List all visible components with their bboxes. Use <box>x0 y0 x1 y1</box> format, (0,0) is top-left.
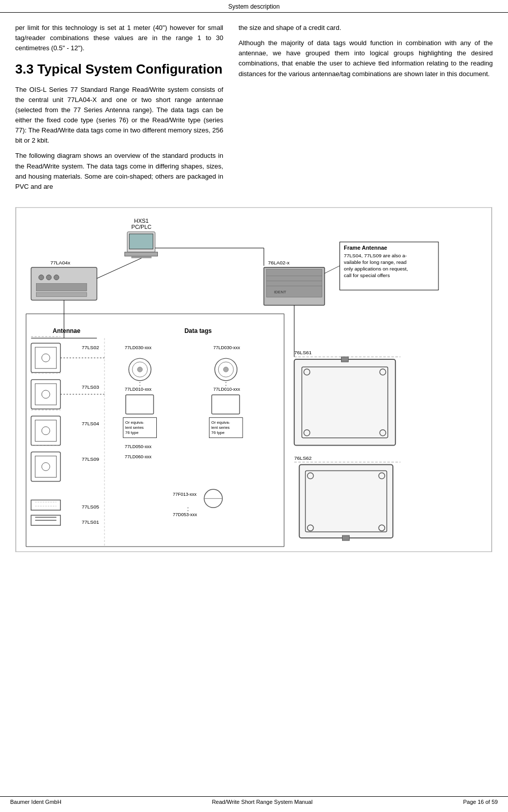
svg-point-10 <box>46 275 51 280</box>
svg-text:77LD050-xxx: 77LD050-xxx <box>125 444 152 449</box>
diagram-svg: HXS1 PC/PLC 77LA04x 76LA <box>16 208 492 552</box>
system-diagram: HXS1 PC/PLC 77LA04x 76LA <box>15 207 492 552</box>
svg-text:76 type: 76 type <box>125 430 139 435</box>
svg-text:76LS62: 76LS62 <box>294 455 312 461</box>
svg-text:77LS04, 77LS09 are also a-: 77LS04, 77LS09 are also a- <box>344 253 407 258</box>
svg-point-72 <box>138 367 143 372</box>
svg-text:IDENT: IDENT <box>274 290 286 295</box>
svg-text:Data tags: Data tags <box>184 327 212 334</box>
right-para1: the size and shape of a credit card. <box>239 23 493 33</box>
svg-text:77D053-xxx: 77D053-xxx <box>173 512 197 517</box>
svg-text:76 type: 76 type <box>211 430 225 435</box>
svg-text:76LA02-x: 76LA02-x <box>268 260 290 265</box>
svg-text:Frame Antennae: Frame Antennae <box>344 245 387 251</box>
svg-rect-12 <box>36 284 87 291</box>
right-column: the size and shape of a credit card. Alt… <box>239 23 493 197</box>
svg-point-84 <box>223 367 228 372</box>
svg-text:call for special offers: call for special offers <box>344 273 390 278</box>
intro-paragraph: per limit for this technology is set at … <box>15 23 223 53</box>
svg-text:HXS1: HXS1 <box>134 218 149 224</box>
footer-page: Page 16 of 59 <box>463 799 498 805</box>
svg-rect-108 <box>341 357 348 362</box>
svg-text:77LD060-xxx: 77LD060-xxx <box>125 454 152 459</box>
svg-text:77LA04x: 77LA04x <box>50 260 70 265</box>
svg-rect-6 <box>129 234 153 249</box>
svg-text:77F013-xxx: 77F013-xxx <box>173 492 196 497</box>
left-column: per limit for this technology is set at … <box>15 23 223 197</box>
section-para2: The following diagram shows an overview … <box>15 151 223 192</box>
footer-company: Baumer Ident GmbH <box>10 799 61 805</box>
svg-rect-117 <box>342 535 349 540</box>
svg-rect-102 <box>294 359 395 446</box>
svg-text:77LD010-xxx: 77LD010-xxx <box>213 387 240 392</box>
svg-text:vailable for long range, read: vailable for long range, read <box>344 259 407 265</box>
svg-text:76LS61: 76LS61 <box>294 350 312 355</box>
svg-text:77LS03: 77LS03 <box>82 384 99 390</box>
section-heading: 3.3 Typical System Configuration <box>15 61 223 77</box>
right-para2: Although the majority of data tags would… <box>239 38 493 79</box>
svg-text::: : <box>139 380 141 387</box>
svg-text:77LD030-xxx: 77LD030-xxx <box>213 345 240 350</box>
svg-point-11 <box>54 275 59 280</box>
svg-text:Antennae: Antennae <box>53 327 81 334</box>
svg-rect-4 <box>125 252 158 256</box>
svg-text:Or  equiva-: Or equiva- <box>125 420 145 425</box>
page-footer: Baumer Ident GmbH Read/Write Short Range… <box>0 796 508 807</box>
svg-text:lent  series: lent series <box>125 425 144 430</box>
svg-rect-13 <box>36 293 87 297</box>
svg-text:only applications on request,: only applications on request, <box>344 266 408 272</box>
svg-text:lent  series: lent series <box>211 425 229 430</box>
svg-text:77LS01: 77LS01 <box>82 519 99 525</box>
svg-text::: : <box>187 505 189 513</box>
svg-text:77LS05: 77LS05 <box>82 504 99 510</box>
svg-text:77LS04: 77LS04 <box>82 421 99 426</box>
svg-text:77LS02: 77LS02 <box>82 345 99 350</box>
footer-manual: Read/Write Short Range System Manual <box>212 799 313 805</box>
content-area: per limit for this technology is set at … <box>0 13 508 583</box>
header-title: System description <box>228 3 280 10</box>
section-para1: The OIS-L Series 77 Standard Range Read/… <box>15 85 223 146</box>
svg-text:PC/PLC: PC/PLC <box>131 224 152 230</box>
page-header: System description <box>0 0 508 13</box>
svg-text:77LS09: 77LS09 <box>82 456 99 462</box>
svg-text::: : <box>225 380 226 387</box>
svg-rect-5 <box>131 256 152 258</box>
two-column-section: per limit for this technology is set at … <box>15 23 493 197</box>
svg-text:77LD030-xxx: 77LD030-xxx <box>125 345 152 350</box>
svg-point-9 <box>39 275 44 280</box>
svg-text:Or  equiva-: Or equiva- <box>211 420 230 425</box>
svg-text:77LD010-xxx: 77LD010-xxx <box>125 387 152 392</box>
